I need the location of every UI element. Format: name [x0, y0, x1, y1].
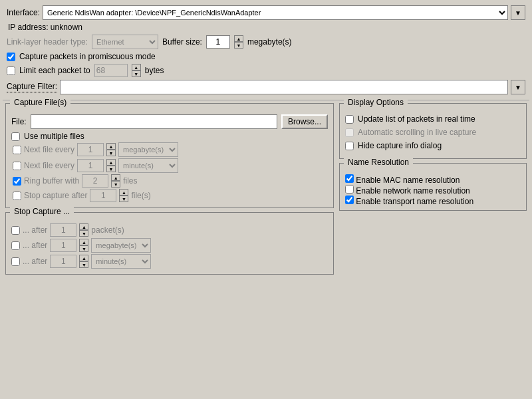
next-file-size-unit[interactable]: megabyte(s) kilobyte(s) gigabyte(s)	[118, 142, 178, 157]
name-resolution-title: Name Resolution	[344, 156, 413, 168]
capture-filter-label: Capture Filter:	[7, 82, 57, 92]
stop-size-spin-down[interactable]: ▼	[79, 245, 88, 252]
promiscuous-checkbox[interactable]	[7, 53, 15, 61]
ring-buffer-label: Ring buffer with	[24, 176, 79, 186]
stop-after-time-input[interactable]	[50, 255, 76, 268]
limit-packet-input[interactable]	[94, 64, 128, 77]
next-file-size-spin-down[interactable]: ▼	[106, 150, 116, 156]
next-file-time-label: Next file every	[24, 161, 74, 170]
next-file-time-input[interactable]	[77, 159, 104, 172]
display-options-content: Update list of packets in real time Auto…	[340, 112, 526, 158]
stop-after-size-label: ... after	[23, 241, 47, 250]
enable-network-checkbox[interactable]	[345, 185, 354, 194]
enable-transport-checkbox[interactable]	[345, 196, 354, 204]
buffer-size-input[interactable]	[206, 35, 230, 49]
use-multiple-label: Use multiple files	[24, 132, 84, 141]
stop-packets-spin-up[interactable]: ▲	[79, 223, 88, 230]
limit-packet-spinner[interactable]: ▲ ▼	[132, 64, 141, 77]
stop-after-files-spinner[interactable]: ▲ ▼	[119, 189, 128, 202]
enable-mac-checkbox[interactable]	[345, 174, 354, 183]
next-file-time-spinner[interactable]: ▲ ▼	[106, 159, 116, 172]
next-file-time-spin-up[interactable]: ▲	[106, 159, 116, 166]
stop-time-spin-down[interactable]: ▼	[79, 261, 88, 268]
top-section: Interface: Generic NdisWan adapter: \Dev…	[3, 3, 529, 100]
limit-packet-spin-down[interactable]: ▼	[132, 70, 141, 77]
interface-row: Interface: Generic NdisWan adapter: \Dev…	[7, 5, 525, 20]
hide-info-row: Hide capture info dialog	[345, 141, 521, 150]
link-layer-select[interactable]: Ethernet	[92, 35, 158, 49]
next-file-time-row: Next file every ▲ ▼ minute(s) second(s) …	[11, 158, 328, 173]
display-options-group: Display Options Update list of packets i…	[339, 103, 527, 159]
ring-buffer-unit: files	[123, 176, 137, 186]
hide-info-checkbox[interactable]	[345, 142, 354, 150]
stop-size-spin-up[interactable]: ▲	[79, 239, 88, 245]
auto-scroll-label: Automatic scrolling in live capture	[358, 128, 476, 137]
capture-filter-input[interactable]	[60, 80, 508, 94]
next-file-time-unit[interactable]: minute(s) second(s) hour(s)	[118, 158, 178, 173]
stop-after-files-unit: file(s)	[131, 191, 150, 200]
ring-buffer-spinner[interactable]: ▲ ▼	[111, 174, 120, 188]
buffer-spin-down[interactable]: ▼	[234, 42, 243, 49]
stop-after-size-checkbox[interactable]	[11, 241, 20, 250]
interface-dropdown-btn[interactable]: ▼	[511, 5, 525, 20]
buffer-spinner[interactable]: ▲ ▼	[234, 35, 243, 49]
use-multiple-files-row: Use multiple files	[11, 132, 328, 141]
stop-after-files-row: Stop capture after ▲ ▼ file(s)	[11, 189, 328, 202]
interface-select[interactable]: Generic NdisWan adapter: \Device\NPF_Gen…	[43, 5, 508, 20]
stop-after-time-checkbox[interactable]	[11, 257, 20, 266]
capture-filter-dropdown-btn[interactable]: ▼	[511, 80, 525, 94]
ip-address-row: IP address: unknown	[7, 23, 525, 32]
name-resolution-content: Enable MAC name resolution Enable networ…	[340, 172, 526, 210]
limit-packet-unit: bytes	[145, 66, 164, 75]
ring-buffer-input[interactable]	[82, 174, 108, 188]
ring-buffer-row: Ring buffer with ▲ ▼ files	[11, 174, 328, 188]
ring-buffer-spin-up[interactable]: ▲	[111, 174, 120, 181]
main-container: Interface: Generic NdisWan adapter: \Dev…	[0, 0, 532, 281]
stop-after-files-label: Stop capture after	[24, 191, 87, 200]
stop-after-packets-row: ... after ▲ ▼ packet(s)	[11, 223, 328, 237]
next-file-size-spin-up[interactable]: ▲	[106, 143, 116, 150]
next-file-size-spinner[interactable]: ▲ ▼	[106, 143, 116, 156]
stop-size-spinner[interactable]: ▲ ▼	[79, 239, 88, 252]
stop-time-spinner[interactable]: ▲ ▼	[79, 255, 88, 268]
next-file-time-checkbox[interactable]	[13, 162, 21, 170]
update-list-checkbox[interactable]	[345, 115, 354, 124]
stop-after-packets-input[interactable]	[50, 223, 76, 237]
ring-buffer-checkbox[interactable]	[13, 177, 21, 186]
next-file-size-checkbox[interactable]	[13, 146, 21, 154]
limit-packet-spin-up[interactable]: ▲	[132, 64, 141, 70]
stop-after-size-unit[interactable]: megabyte(s) kilobyte(s) gigabyte(s)	[91, 238, 151, 253]
name-resolution-group: Name Resolution Enable MAC name resoluti…	[339, 163, 527, 211]
stop-after-files-spin-up[interactable]: ▲	[119, 189, 128, 196]
enable-mac-row: Enable MAC name resolution	[345, 174, 521, 185]
stop-after-files-spin-down[interactable]: ▼	[119, 196, 128, 202]
stop-after-packets-checkbox[interactable]	[11, 226, 20, 235]
right-panel: Display Options Update list of packets i…	[334, 103, 527, 279]
file-input[interactable]	[31, 114, 277, 129]
limit-packet-checkbox[interactable]	[7, 66, 15, 75]
capture-files-title: Capture File(s)	[10, 96, 70, 108]
stop-after-time-unit[interactable]: minute(s) second(s) hour(s)	[91, 254, 151, 269]
auto-scroll-checkbox[interactable]	[345, 128, 354, 137]
capture-files-group: Capture File(s) File: Browse... Use mult…	[5, 103, 334, 208]
ring-buffer-spin-down[interactable]: ▼	[111, 181, 120, 188]
stop-after-packets-unit: packet(s)	[91, 225, 124, 235]
left-panel: Capture File(s) File: Browse... Use mult…	[5, 103, 334, 279]
use-multiple-checkbox[interactable]	[11, 132, 20, 141]
browse-button[interactable]: Browse...	[281, 114, 328, 129]
next-file-size-input[interactable]	[77, 143, 104, 156]
buffer-unit: megabyte(s)	[247, 37, 292, 47]
stop-after-files-checkbox[interactable]	[13, 192, 21, 200]
stop-packets-spin-down[interactable]: ▼	[79, 230, 88, 237]
buffer-spin-up[interactable]: ▲	[234, 35, 243, 42]
next-file-size-row: Next file every ▲ ▼ megabyte(s) kilobyte…	[11, 142, 328, 157]
enable-transport-label: Enable transport name resolution	[356, 197, 473, 206]
stop-after-files-input[interactable]	[90, 189, 116, 202]
stop-time-spin-up[interactable]: ▲	[79, 255, 88, 261]
stop-after-size-input[interactable]	[50, 239, 76, 252]
limit-packet-row: Limit each packet to ▲ ▼ bytes	[7, 64, 525, 77]
file-row: File: Browse...	[11, 114, 328, 129]
file-label: File:	[11, 117, 27, 126]
next-file-time-spin-down[interactable]: ▼	[106, 166, 116, 172]
stop-packets-spinner[interactable]: ▲ ▼	[79, 223, 88, 237]
